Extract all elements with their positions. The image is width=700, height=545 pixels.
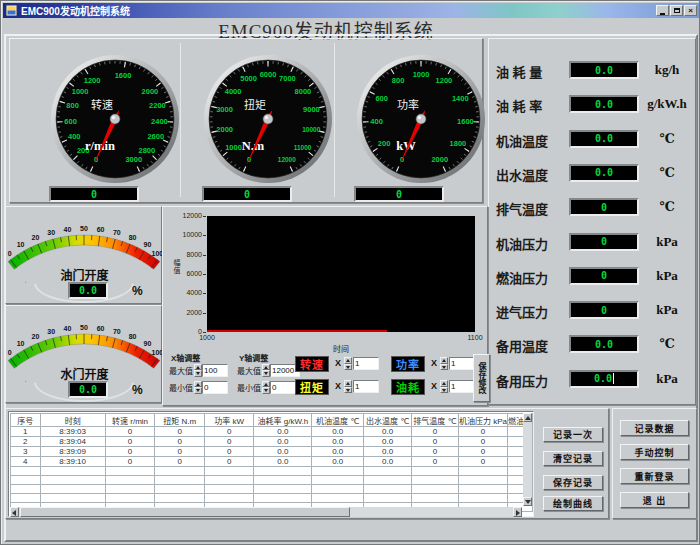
series-factor-spinner[interactable] xyxy=(440,380,448,393)
svg-text:50: 50 xyxy=(80,324,88,331)
spin-down-icon[interactable] xyxy=(344,364,352,371)
scrollbar-thumb[interactable] xyxy=(20,507,350,517)
table-header-row: 序号时刻转速 r/min扭矩 N.m功率 kW油耗率 g/kW.h机油温度 ℃出… xyxy=(11,414,533,427)
svg-text:转速: 转速 xyxy=(91,98,113,111)
svg-text:400: 400 xyxy=(370,117,383,126)
table-header-cell[interactable]: 排气温度 ℃ xyxy=(412,414,459,427)
series-factor-input[interactable] xyxy=(353,357,379,370)
table-cell: 0.0 xyxy=(364,437,412,447)
y-tick-label: 10000 xyxy=(165,231,202,238)
maximize-button[interactable] xyxy=(670,5,683,16)
table-header-cell[interactable]: 扭矩 N.m xyxy=(155,414,205,427)
table-row[interactable]: 28:39:040000.00.00.000 xyxy=(11,437,533,447)
table-cell: 0.0 xyxy=(312,457,364,467)
close-icon: × xyxy=(688,7,693,15)
table-cell xyxy=(11,467,41,476)
svg-text:1600: 1600 xyxy=(115,71,132,80)
y-tick-mark xyxy=(203,293,206,294)
x-min-spinner[interactable] xyxy=(194,381,202,394)
measurement-unit: kg/h xyxy=(641,62,693,78)
y-min-spinner[interactable] xyxy=(262,381,270,394)
spin-down-icon[interactable] xyxy=(440,364,448,371)
nav-button-4[interactable]: 退 出 xyxy=(620,492,689,508)
scroll-right-icon xyxy=(516,510,520,516)
save-modify-button[interactable]: 保存修改 xyxy=(473,354,490,402)
close-button[interactable]: × xyxy=(684,5,697,16)
spin-down-icon[interactable] xyxy=(440,387,448,394)
svg-text:11000: 11000 xyxy=(294,144,312,151)
svg-text:1000: 1000 xyxy=(413,70,430,79)
table-header-cell[interactable]: 功率 kW xyxy=(204,414,254,427)
svg-text:200: 200 xyxy=(378,139,391,148)
table-header-cell[interactable]: 时刻 xyxy=(40,414,105,427)
table-cell: 0 xyxy=(155,457,205,467)
nav-button-2[interactable]: 手动控制 xyxy=(620,444,689,460)
table-vertical-scrollbar[interactable] xyxy=(523,413,532,506)
svg-text:1200: 1200 xyxy=(84,76,101,85)
table-header-cell[interactable]: 机油压力 kPa xyxy=(458,414,507,427)
table-horizontal-scrollbar[interactable] xyxy=(10,507,522,517)
table-row[interactable]: 48:39:100000.00.00.000 xyxy=(11,457,533,467)
table-header-cell[interactable]: 油耗率 g/kW.h xyxy=(254,414,312,427)
table-cell: 0.0 xyxy=(364,427,412,437)
table-empty-row[interactable] xyxy=(11,485,533,494)
scroll-up-icon xyxy=(525,416,531,420)
svg-text:1200: 1200 xyxy=(436,76,453,85)
dial-title: 油门开度 xyxy=(6,266,163,283)
nav-button-1[interactable]: 记录数据 xyxy=(620,420,689,436)
record-button-3[interactable]: 保存记录 xyxy=(543,475,603,490)
measurement-row: 出水温度0.0℃ xyxy=(489,164,695,182)
table-header-cell[interactable]: 机油温度 ℃ xyxy=(312,414,364,427)
spin-down-icon[interactable] xyxy=(194,370,202,377)
svg-text:20: 20 xyxy=(32,333,40,340)
series-label: 扭矩 xyxy=(295,379,329,395)
spin-down-icon[interactable] xyxy=(344,387,352,394)
measurement-value-display[interactable]: 0.0 xyxy=(569,370,639,388)
table-cell: 8:39:09 xyxy=(40,447,105,457)
x-min-input[interactable] xyxy=(202,381,228,394)
series-factor-input[interactable] xyxy=(449,357,475,370)
table-header-cell[interactable]: 序号 xyxy=(11,414,41,427)
record-button-4[interactable]: 绘制曲线 xyxy=(543,496,603,511)
divider xyxy=(180,43,181,197)
table-cell xyxy=(11,485,41,494)
table-cell xyxy=(412,476,459,485)
dial-value-display: 0.0 xyxy=(68,282,108,299)
spin-down-icon[interactable] xyxy=(194,387,202,394)
table-cell: 0 xyxy=(204,427,254,437)
table-empty-row[interactable] xyxy=(11,494,533,503)
measurement-value-display: 0.0 xyxy=(569,61,639,79)
x-max-input[interactable] xyxy=(202,364,228,377)
table-empty-row[interactable] xyxy=(11,476,533,485)
table-cell xyxy=(105,485,155,494)
table-cell: 0 xyxy=(458,427,507,437)
table-row[interactable]: 38:39:090000.00.00.000 xyxy=(11,447,533,457)
svg-text:50: 50 xyxy=(80,225,88,232)
minimize-button[interactable] xyxy=(656,5,669,16)
svg-text:800: 800 xyxy=(66,101,79,110)
spin-down-icon[interactable] xyxy=(262,387,270,394)
record-button-2[interactable]: 清空记录 xyxy=(543,451,603,466)
series-factor-spinner[interactable] xyxy=(344,380,352,393)
table-header-cell[interactable]: 出水温度 ℃ xyxy=(364,414,412,427)
table-row[interactable]: 18:39:030000.00.00.000 xyxy=(11,427,533,437)
table-cell: 0.0 xyxy=(254,447,312,457)
x-max-spinner[interactable] xyxy=(194,364,202,377)
y-tick-label: 2000 xyxy=(165,309,202,316)
series-control-3: 功率 X xyxy=(391,356,481,374)
series-factor-spinner[interactable] xyxy=(344,357,352,370)
table-cell: 0.0 xyxy=(254,427,312,437)
series-factor-input[interactable] xyxy=(449,380,475,393)
table-empty-row[interactable] xyxy=(11,467,533,476)
nav-button-3[interactable]: 重新登录 xyxy=(620,468,689,484)
table-header-cell[interactable]: 转速 r/min xyxy=(105,414,155,427)
chart-xlabel: 时间 xyxy=(291,343,391,354)
table-cell: 0.0 xyxy=(254,437,312,447)
table-cell: 0.0 xyxy=(312,437,364,447)
record-button-1[interactable]: 记录一次 xyxy=(543,427,603,442)
spin-down-icon[interactable] xyxy=(262,370,270,377)
series-factor-spinner[interactable] xyxy=(440,357,448,370)
measurement-row: 备用压力0.0kPa xyxy=(489,370,695,388)
series-factor-input[interactable] xyxy=(353,380,379,393)
y-max-spinner[interactable] xyxy=(262,364,270,377)
